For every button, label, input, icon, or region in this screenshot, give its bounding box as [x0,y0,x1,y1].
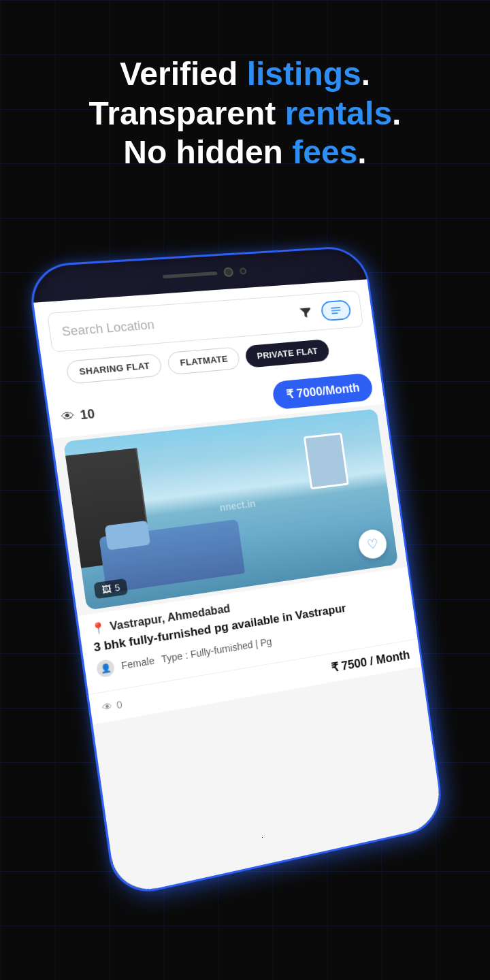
image-count-number: 5 [114,582,121,593]
footer-eye-icon: 👁 [101,700,113,713]
notch-bar [163,271,218,278]
hero-line3-end: . [357,134,366,170]
hero-line2-end: . [392,95,401,131]
hero-line-2: Transparent rentals. [27,94,463,133]
notch-dot-small [240,267,247,274]
tab-sharing-flat[interactable]: SHARING FLAT [65,353,163,385]
svg-line-2 [332,313,338,314]
hero-line2-highlight: rentals [285,95,392,131]
hero-line1-end: . [361,56,370,92]
location-pin-icon: 📍 [91,621,107,636]
hero-line-1: Verified listings. [27,54,463,94]
phone-screen: Search Location [33,279,444,897]
hero-line-3: No hidden fees. [27,133,463,172]
image-icon: 🖼 [101,583,112,595]
footer-price: ₹ 7500 / Month [330,647,410,675]
gender-label: Female [120,655,155,671]
view-number: 10 [79,406,95,423]
phone-mockup: Search Location [26,245,446,900]
menu-toggle-button[interactable] [320,299,352,321]
gender-avatar: 👤 [96,659,116,679]
price-badge: ₹ 7000/Month [272,373,374,410]
svg-line-1 [332,310,340,311]
footer-view-count: 0 [116,699,123,711]
phone-notch [162,266,247,281]
tab-flatmate[interactable]: FLATMATE [167,346,241,375]
filter-icon[interactable] [295,302,316,323]
hero-line3-plain: No hidden [123,134,292,170]
search-placeholder: Search Location [61,307,290,339]
hero-line1-plain: Verified [120,56,247,92]
notch-dot-large [223,267,234,278]
hero-section: Verified listings. Transparent rentals. … [0,0,490,193]
footer-views: 👁 0 [101,699,123,714]
heart-icon: ♡ [366,536,380,553]
phone-body: Search Location [26,245,446,900]
hero-line1-highlight: listings [247,56,361,92]
room-wall-decor [304,432,349,489]
eye-icon: 👁 [61,408,76,425]
hero-line2-plain: Transparent [89,95,285,131]
views-count: 👁 10 [61,406,96,424]
hero-line3-highlight: fees [292,134,357,170]
tab-private-flat[interactable]: PRIVATE FLAT [244,339,330,368]
svg-line-0 [331,308,340,308]
